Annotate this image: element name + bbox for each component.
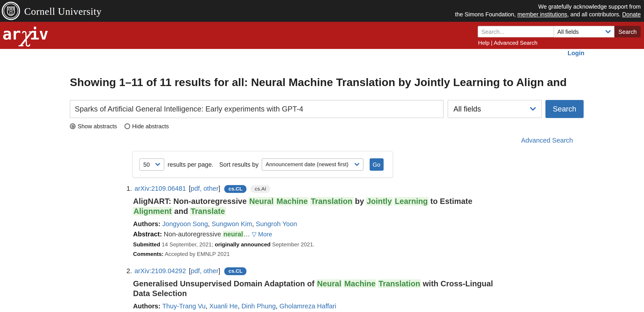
chevron-down-icon [606,30,611,33]
support-line2-prefix: the Simons Foundation, [455,11,518,18]
category-tag: cs.AI [250,185,270,193]
author-link[interactable]: Gholamreza Haffari [279,303,336,310]
author-link[interactable]: Jongyoon Song [162,221,208,228]
cornell-brand[interactable]: Cornell University [2,2,102,22]
highlighted-term: neural [222,231,244,238]
header-advanced-search-link[interactable]: Advanced Search [494,40,538,46]
highlighted-term: Neural [316,279,342,288]
highlighted-term: Alignment [133,207,172,216]
author-link[interactable]: Dinh Phung [242,303,276,310]
help-link[interactable]: Help [478,40,489,46]
arxiv-banner: arχiv All fields Search Help | Advanced … [0,22,644,49]
text-part: by [353,197,366,206]
result-number: 1. [126,184,132,193]
text-part: to Estimate [428,197,472,206]
more-toggle-link[interactable]: ▽ More [252,231,272,238]
arxiv-logo[interactable]: arχiv [2,25,48,43]
result-title[interactable]: AligNART: Non-autoregressive Neural Mach… [133,197,578,216]
result-id-link[interactable]: arXiv:2109.04292 [134,267,186,276]
authors-label: Authors: [133,221,162,228]
header-links: Help | Advanced Search [478,40,538,46]
authors-label: Authors: [133,303,162,310]
result-number: 2. [126,267,132,276]
arxiv-chi-glyph: χ [19,23,31,47]
text-part: originally announced [215,241,270,247]
text-part: Non-autoregressive [164,231,223,238]
header-field-value: All fields [558,28,579,35]
result-authors: Authors: Thuy-Trang Vu, Xuanli He, Dinh … [133,302,578,310]
result-item: 2.arXiv:2109.04292[pdf, other]cs.CLGener… [126,267,578,312]
category-tag: cs.CL [224,185,246,193]
sort-value: Announcement date (newest first) [266,161,348,167]
main-search-input[interactable] [70,100,444,118]
comments-label: Comments: [133,251,164,257]
link-separator: , [200,267,204,274]
author-link[interactable]: Thuy-Trang Vu [162,303,206,310]
main-field-select[interactable]: All fields [448,100,542,118]
hide-abstracts-radio[interactable] [124,123,130,129]
text-part: Submitted [133,241,160,247]
header-search-button[interactable]: Search [614,26,641,38]
sort-select[interactable]: Announcement date (newest first) [262,158,363,170]
highlighted-term: Learning [394,197,428,206]
show-abstracts-label: Show abstracts [78,123,117,130]
cornell-wordmark: Cornell University [24,6,102,17]
text-part: with Cross-Lingual [421,279,493,288]
result-id-line: 2.arXiv:2109.04292[pdf, other]cs.CL [126,267,578,276]
result-format-links: [pdf, other] [189,184,220,193]
category-tag: cs.CL [224,267,246,275]
sort-label: Sort results by [219,161,259,168]
header-search-input[interactable] [478,26,554,38]
show-abstracts-radio[interactable] [70,123,76,129]
chevron-down-icon [530,107,536,111]
link-separator: , [200,185,204,192]
hide-abstracts-label: Hide abstracts [132,123,169,130]
result-abstract: Abstract: Non-autoregressive neural…▽ Mo… [133,230,578,238]
author-link[interactable]: Sungwon Kim [212,221,252,228]
text-part: and [172,207,190,216]
advanced-search-link[interactable]: Advanced Search [521,137,573,144]
highlighted-term: Neural [248,197,274,206]
highlighted-term: Machine [276,197,308,206]
result-format-links: [pdf, other] [189,267,220,276]
highlighted-term: Translate [190,207,226,216]
member-institutions-link[interactable]: member institutions [517,11,567,18]
go-button[interactable]: Go [370,158,384,170]
donate-link[interactable]: Donate [622,11,641,18]
hide-abstracts-option[interactable]: Hide abstracts [124,123,169,130]
result-body: Generalised Unsupervised Domain Adaptati… [133,279,578,312]
show-abstracts-option[interactable]: Show abstracts [70,123,117,130]
result-submitted: Submitted 14 September, 2021; originally… [133,241,578,248]
comments-text: Accepted by EMNLP 2021 [164,251,230,257]
support-text: We gratefully acknowledge support from t… [455,3,641,18]
login-link[interactable]: Login [568,49,584,56]
main-search-button[interactable]: Search [545,100,584,118]
author-link[interactable]: Sungroh Yoon [256,221,297,228]
highlighted-term: Translation [310,197,353,206]
chevron-down-icon [354,163,359,166]
text-part: Data Selection [133,289,187,298]
results-controls: 50 results per page. Sort results by Ann… [132,151,393,178]
result-item: 1.arXiv:2109.06481[pdf, other]cs.CLcs.AI… [126,184,578,257]
other-link[interactable]: other [204,185,218,192]
pdf-link[interactable]: pdf [191,267,200,274]
per-page-label: results per page. [168,161,214,168]
result-id-line: 1.arXiv:2109.06481[pdf, other]cs.CLcs.AI [126,184,578,193]
result-id-link[interactable]: arXiv:2109.06481 [134,184,186,193]
abstract-label: Abstract: [133,231,164,238]
header-field-select[interactable]: All fields [554,26,614,38]
result-title[interactable]: Generalised Unsupervised Domain Adaptati… [133,279,578,298]
per-page-select[interactable]: 50 [139,158,164,170]
results-list: 1.arXiv:2109.06481[pdf, other]cs.CLcs.AI… [126,184,578,312]
other-link[interactable]: other [204,267,218,274]
text-part: AligNART: Non-autoregressive [133,197,249,206]
highlighted-term: Translation [378,279,421,288]
result-authors: Authors: Jongyoon Song, Sungwon Kim, Sun… [133,220,578,228]
cornell-seal-icon [2,2,20,22]
result-body: AligNART: Non-autoregressive Neural Mach… [133,197,578,257]
text-part: … [244,231,250,238]
cornell-topbar: Cornell University We gratefully acknowl… [0,0,644,22]
text-part: Generalised Unsupervised Domain Adaptati… [133,279,317,288]
pdf-link[interactable]: pdf [191,185,200,192]
author-link[interactable]: Xuanli He [209,303,238,310]
